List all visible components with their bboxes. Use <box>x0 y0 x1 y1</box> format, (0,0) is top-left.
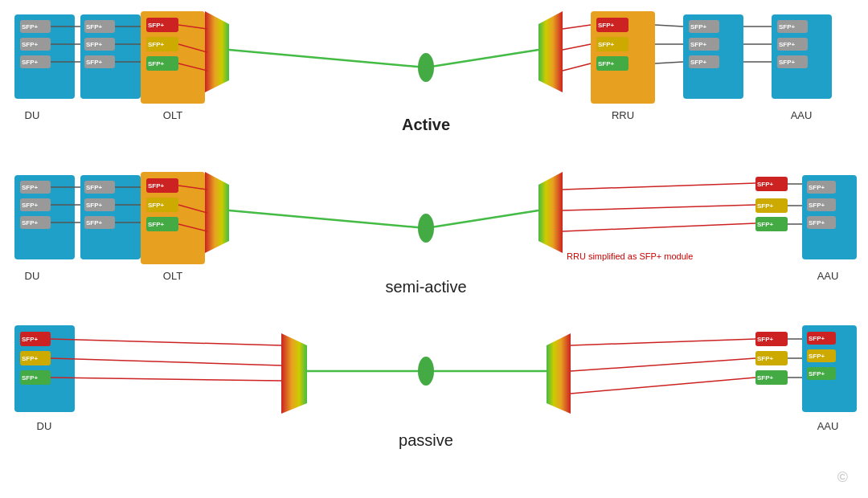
rru-note: RRU simplified as SFP+ module <box>567 251 693 261</box>
svg-text:SFP+: SFP+ <box>22 202 39 209</box>
svg-line-126 <box>51 358 281 365</box>
olt-label-1: OLT <box>163 109 182 121</box>
svg-text:SFP+: SFP+ <box>22 59 39 66</box>
svg-line-133 <box>571 339 755 345</box>
svg-text:SFP+: SFP+ <box>22 355 39 362</box>
svg-text:SFP+: SFP+ <box>757 336 774 343</box>
svg-line-44 <box>655 25 683 27</box>
svg-text:SFP+: SFP+ <box>690 41 707 48</box>
svg-text:SFP+: SFP+ <box>86 23 103 31</box>
svg-text:SFP+: SFP+ <box>148 41 165 48</box>
svg-line-34 <box>563 25 591 29</box>
svg-line-125 <box>51 339 281 345</box>
svg-text:SFP+: SFP+ <box>779 59 796 66</box>
svg-text:SFP+: SFP+ <box>22 336 39 343</box>
svg-line-35 <box>563 44 591 50</box>
aau-label-3: AAU <box>817 420 839 432</box>
svg-line-134 <box>571 358 755 371</box>
svg-text:SFP+: SFP+ <box>86 184 103 191</box>
svg-text:SFP+: SFP+ <box>22 41 39 48</box>
svg-text:SFP+: SFP+ <box>809 353 825 360</box>
rru-label-1: RRU <box>612 109 634 121</box>
svg-text:SFP+: SFP+ <box>809 202 825 209</box>
svg-text:SFP+: SFP+ <box>86 219 103 227</box>
svg-line-135 <box>571 378 755 394</box>
passive-label: passive <box>399 431 453 449</box>
svg-line-95 <box>229 210 426 228</box>
svg-text:SFP+: SFP+ <box>809 370 825 378</box>
svg-text:SFP+: SFP+ <box>757 221 774 228</box>
diagram-container: SFP+ SFP+ SFP+ SFP+ SFP+ SFP+ SFP+ SFP+ … <box>0 0 868 498</box>
svg-line-127 <box>51 378 281 381</box>
svg-text:SFP+: SFP+ <box>690 23 707 31</box>
svg-text:SFP+: SFP+ <box>22 219 39 227</box>
svg-text:SFP+: SFP+ <box>22 184 39 191</box>
svg-text:SFP+: SFP+ <box>598 41 615 48</box>
svg-text:SFP+: SFP+ <box>779 41 796 48</box>
svg-text:SFP+: SFP+ <box>757 181 774 188</box>
watermark: © <box>837 469 848 485</box>
svg-line-36 <box>563 63 591 71</box>
du-label-1: DU <box>25 109 40 121</box>
svg-marker-26 <box>205 11 229 92</box>
svg-text:SFP+: SFP+ <box>148 221 165 228</box>
svg-text:SFP+: SFP+ <box>779 23 796 31</box>
svg-line-100 <box>563 205 755 210</box>
svg-line-96 <box>426 210 538 228</box>
svg-marker-33 <box>538 11 563 92</box>
svg-text:SFP+: SFP+ <box>757 355 774 362</box>
svg-line-30 <box>229 50 426 67</box>
svg-line-46 <box>655 62 683 63</box>
svg-text:SFP+: SFP+ <box>757 202 774 210</box>
aau-label-2: AAU <box>817 270 839 282</box>
olt-label-2: OLT <box>163 270 182 282</box>
svg-line-31 <box>426 50 538 67</box>
svg-text:SFP+: SFP+ <box>22 23 39 31</box>
du-label-3: DU <box>37 420 52 432</box>
svg-text:SFP+: SFP+ <box>809 219 825 227</box>
svg-text:SFP+: SFP+ <box>86 59 103 66</box>
svg-point-32 <box>418 53 434 82</box>
svg-text:SFP+: SFP+ <box>809 335 825 342</box>
svg-marker-132 <box>547 333 571 414</box>
svg-point-97 <box>418 214 434 243</box>
svg-text:SFP+: SFP+ <box>86 41 103 48</box>
svg-text:SFP+: SFP+ <box>86 202 103 209</box>
active-label: Active <box>402 116 450 133</box>
svg-marker-128 <box>281 333 307 414</box>
svg-text:SFP+: SFP+ <box>148 22 165 29</box>
svg-text:SFP+: SFP+ <box>690 59 707 66</box>
aau-label-1: AAU <box>791 109 813 121</box>
svg-point-131 <box>418 357 434 386</box>
svg-text:SFP+: SFP+ <box>22 374 39 382</box>
svg-text:SFP+: SFP+ <box>757 374 774 382</box>
semi-active-label: semi-active <box>385 278 466 296</box>
svg-text:SFP+: SFP+ <box>148 60 165 67</box>
svg-text:SFP+: SFP+ <box>598 60 615 67</box>
svg-marker-98 <box>538 172 563 253</box>
svg-text:SFP+: SFP+ <box>598 22 615 29</box>
svg-text:SFP+: SFP+ <box>148 182 165 190</box>
svg-marker-91 <box>205 172 229 253</box>
svg-line-99 <box>563 183 755 190</box>
svg-text:SFP+: SFP+ <box>148 202 165 209</box>
du-label-2: DU <box>25 270 40 282</box>
svg-text:SFP+: SFP+ <box>809 184 825 191</box>
svg-line-101 <box>563 223 755 231</box>
